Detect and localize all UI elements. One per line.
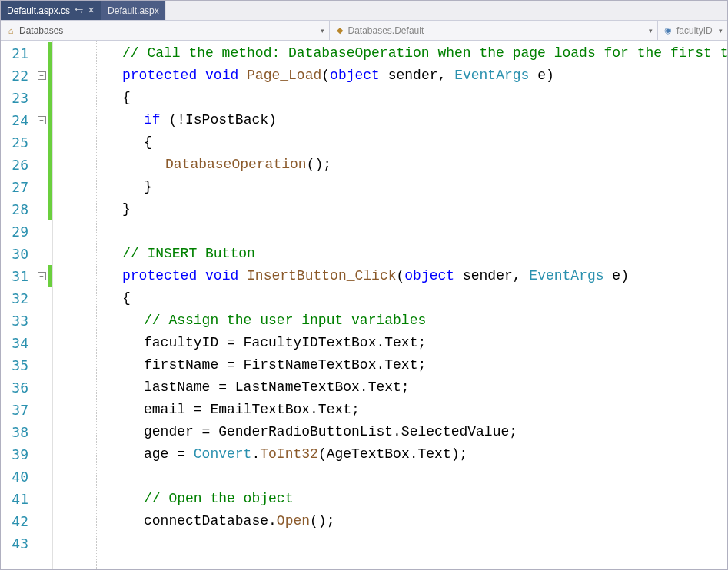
gutter-row: 37 [1,399,52,421]
gutter-row: 23 [1,87,52,109]
namespace-label: Databases [19,25,317,36]
gutter-row: 24− [1,109,52,131]
gutter-row: 42 [1,510,52,532]
code-line[interactable]: age = Convert.ToInt32(AgeTextBox.Text); [58,443,727,466]
gutter-row: 36 [1,376,52,399]
gutter-row: 40 [1,466,52,488]
code-line[interactable]: { [58,287,727,310]
line-number: 43 [1,532,35,555]
line-number: 36 [1,376,35,399]
code-line[interactable]: email = EmailTextBox.Text; [58,399,727,421]
pin-icon[interactable]: ⮀ [75,6,83,15]
code-line[interactable]: // INSERT Button [58,243,727,265]
gutter-row: 21 [1,42,52,65]
gutter-row: 30 [1,243,52,265]
code-line[interactable]: firstName = FirstNameTextBox.Text; [58,354,727,376]
code-area[interactable]: // Call the method: DatabaseOperation wh… [52,41,727,569]
tab-default-aspx[interactable]: Default.aspx [101,1,166,20]
chevron-down-icon: ▾ [321,27,324,35]
class-label: Databases.Default [348,25,647,36]
line-number: 27 [1,176,35,198]
field-icon: ◉ [663,25,673,36]
code-line[interactable]: connectDatabase.Open(); [58,510,727,532]
tab-label: Default.aspx [108,5,159,16]
code-line[interactable]: gender = GenderRadioButtonList.SelectedV… [58,421,727,443]
member-label: facultyID [676,25,716,36]
namespace-icon: ⌂ [5,25,16,36]
tab-label: Default.aspx.cs [7,5,70,16]
gutter-row: 39 [1,443,52,466]
fold-toggle[interactable]: − [38,272,46,280]
namespace-dropdown[interactable]: ⌂ Databases ▾ [1,21,330,40]
gutter-row: 31− [1,265,52,287]
code-line[interactable]: { [58,87,727,109]
line-number: 23 [1,87,35,109]
code-line[interactable]: } [58,198,727,220]
gutter-row: 26 [1,154,52,176]
gutter-row: 34 [1,332,52,354]
line-number: 28 [1,198,35,220]
class-icon: ◆ [334,25,345,36]
code-line[interactable]: { [58,131,727,154]
gutter-row: 27 [1,176,52,198]
gutter: 2122−2324−25262728293031−323334353637383… [1,41,52,569]
code-line[interactable] [58,466,727,488]
line-number: 37 [1,399,35,421]
fold-column: − [35,71,48,80]
fold-toggle[interactable]: − [38,116,46,124]
gutter-row: 35 [1,354,52,376]
code-line[interactable]: lastName = LastNameTextBox.Text; [58,376,727,399]
gutter-row: 32 [1,287,52,310]
line-number: 40 [1,466,35,488]
chevron-down-icon: ▾ [719,27,723,35]
gutter-row: 28 [1,198,52,220]
member-dropdown[interactable]: ◉ facultyID ▾ [658,21,727,40]
line-number: 34 [1,332,35,354]
code-line[interactable]: DatabaseOperation(); [58,154,727,176]
code-nav-bar: ⌂ Databases ▾ ◆ Databases.Default ▾ ◉ fa… [1,21,727,41]
gutter-row: 41 [1,488,52,510]
line-number: 30 [1,243,35,265]
fold-column: − [35,272,48,280]
code-line[interactable]: } [58,176,727,198]
code-line[interactable]: // Assign the user input variables [58,310,727,332]
code-line[interactable] [58,220,727,243]
line-number: 42 [1,510,35,532]
document-tab-bar: Default.aspx.cs ⮀ ✕ Default.aspx [1,1,727,21]
line-number: 25 [1,131,35,154]
code-line[interactable]: if (!IsPostBack) [58,109,727,131]
line-number: 29 [1,220,35,243]
line-number: 38 [1,421,35,443]
fold-toggle[interactable]: − [38,71,46,80]
code-line[interactable]: // Open the object [58,488,727,510]
line-number: 35 [1,354,35,376]
code-line[interactable] [58,532,727,555]
line-number: 26 [1,154,35,176]
code-line[interactable]: facultyID = FacultyIDTextBox.Text; [58,332,727,354]
code-line[interactable]: // Call the method: DatabaseOperation wh… [58,42,727,65]
class-dropdown[interactable]: ◆ Databases.Default ▾ [330,21,659,40]
gutter-row: 29 [1,220,52,243]
line-number: 24 [1,109,35,131]
chevron-down-icon: ▾ [649,27,653,35]
close-icon[interactable]: ✕ [88,5,95,15]
gutter-row: 43 [1,532,52,555]
code-line[interactable]: protected void InsertButton_Click(object… [58,265,727,287]
fold-column: − [35,116,48,124]
line-number: 33 [1,310,35,332]
gutter-row: 38 [1,421,52,443]
line-number: 22 [1,65,35,87]
gutter-row: 25 [1,131,52,154]
code-line[interactable]: protected void Page_Load(object sender, … [58,65,727,87]
tab-default-cs[interactable]: Default.aspx.cs ⮀ ✕ [1,1,101,20]
code-editor[interactable]: 2122−2324−25262728293031−323334353637383… [1,41,727,569]
line-number: 39 [1,443,35,466]
line-number: 32 [1,287,35,310]
line-number: 31 [1,265,35,287]
gutter-row: 33 [1,310,52,332]
gutter-row: 22− [1,65,52,87]
line-number: 21 [1,42,35,65]
line-number: 41 [1,488,35,510]
